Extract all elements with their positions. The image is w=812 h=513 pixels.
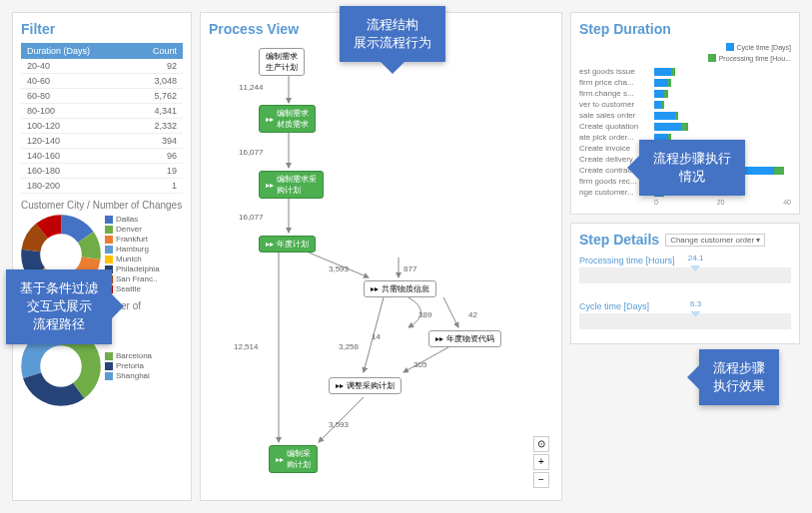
edge-label: 389: [418, 310, 431, 319]
x-axis: 0 20 40: [654, 199, 791, 206]
table-row[interactable]: 160-18019: [21, 164, 183, 179]
step-details-panel: Step Details Change customer order ▾ Pro…: [570, 223, 800, 344]
table-row[interactable]: 60-805,762: [21, 89, 183, 104]
edge-label: 42: [468, 310, 477, 319]
callout-step-exec: 流程步骤执行情况: [639, 140, 745, 196]
right-column: Step Duration Cycle time [Days] Processi…: [570, 12, 800, 501]
callout-process-structure: 流程结构展示流程行为: [340, 6, 445, 62]
svg-point-13: [44, 349, 78, 383]
node-5[interactable]: ▸▸ 共需物质信息: [364, 280, 436, 297]
zoom-in-button[interactable]: +: [533, 454, 549, 470]
step-duration-title: Step Duration: [579, 21, 791, 37]
legend-item: Munich: [105, 255, 160, 263]
table-row[interactable]: 20-4092: [21, 59, 183, 74]
edge-label: 305: [413, 360, 426, 369]
process-panel: Process View 编制需求生产计划 ▸▸ 编制需求材质需求 ▸▸ 编制需…: [200, 12, 562, 501]
svg-line-19: [443, 297, 458, 327]
proc-time-label: Processing time [Hours]: [579, 256, 791, 265]
table-row[interactable]: 40-603,048: [21, 74, 183, 89]
process-flow[interactable]: 编制需求生产计划 ▸▸ 编制需求材质需求 ▸▸ 编制需求采购计划 ▸▸ 年度计划…: [209, 43, 553, 492]
zoom-out-button[interactable]: −: [533, 472, 549, 488]
table-row[interactable]: 120-140394: [21, 134, 183, 149]
table-row[interactable]: 100-1202,332: [21, 119, 183, 134]
bar-row[interactable]: firm price cha...: [579, 78, 791, 87]
pie2-legend: BarcelonaPretoriaShanghai: [105, 351, 152, 381]
proc-time-value: 24.1: [688, 254, 704, 262]
legend-item: Philadelphia: [105, 264, 160, 273]
edge-label: 16,077: [239, 148, 263, 157]
svg-point-9: [44, 238, 78, 271]
legend-item: San Franc..: [105, 274, 160, 283]
duration-table[interactable]: Duration (Days) Count 20-409240-603,0486…: [21, 43, 183, 194]
edge-label: 12,514: [234, 342, 258, 351]
node-start[interactable]: 编制需求生产计划: [259, 48, 305, 76]
legend-item: Pretoria: [105, 361, 152, 370]
legend-item: Seattle: [105, 284, 160, 293]
bar-row[interactable]: ver to customer: [579, 100, 791, 109]
cycle-time-value: 6.3: [690, 299, 701, 308]
pie1-title: Customer City / Number of Changes: [21, 200, 183, 211]
pie1-legend: DallasDenverFrankfurtHamburgMunichPhilad…: [105, 215, 160, 294]
edge-label: 3,593: [329, 264, 349, 273]
proc-time-slider[interactable]: 24.1: [579, 267, 791, 283]
node-7[interactable]: ▸▸ 调整采购计划: [329, 377, 402, 394]
node-4[interactable]: ▸▸ 年度计划: [259, 236, 316, 253]
filter-panel: Filter Duration (Days) Count 20-409240-6…: [12, 12, 192, 501]
edge-label: 16,077: [239, 213, 263, 222]
step-details-title: Step Details: [579, 232, 659, 248]
edge-label: 3,593: [329, 420, 349, 429]
legend-item: Frankfurt: [105, 235, 160, 244]
edge-label: 14: [372, 332, 381, 341]
table-row[interactable]: 80-1004,341: [21, 104, 183, 119]
legend-item: Barcelona: [105, 351, 152, 360]
bar-row[interactable]: sale sales order: [579, 111, 791, 120]
callout-filter: 基于条件过滤交互式展示流程路径: [6, 269, 112, 344]
legend-item: Denver: [105, 225, 160, 234]
cycle-time-slider[interactable]: 6.3: [579, 313, 791, 329]
step-select[interactable]: Change customer order ▾: [665, 234, 765, 247]
bar-row[interactable]: est goods issue: [579, 67, 791, 76]
legend-item: Shanghai: [105, 371, 152, 380]
table-row[interactable]: 180-2001: [21, 179, 183, 194]
zoom-reset-button[interactable]: ⊙: [533, 436, 549, 452]
edge-label: 877: [404, 264, 416, 273]
col-count: Count: [130, 43, 183, 59]
bar-row[interactable]: Create quotation: [579, 122, 791, 131]
callout-step-effect: 流程步骤执行效果: [699, 349, 779, 405]
zoom-controls: ⊙ + −: [533, 436, 549, 488]
node-6[interactable]: ▸▸ 年度物资代码: [428, 330, 501, 347]
node-2[interactable]: ▸▸ 编制需求材质需求: [259, 105, 316, 133]
dashboard: Filter Duration (Days) Count 20-409240-6…: [0, 0, 812, 513]
edge-label: 11,244: [239, 83, 263, 92]
node-3[interactable]: ▸▸ 编制需求采购计划: [259, 171, 324, 199]
col-duration: Duration (Days): [21, 43, 130, 59]
bar-legend: Cycle time [Days] Processing time [Hou..…: [579, 43, 791, 63]
edge-label: 3,258: [339, 342, 359, 351]
legend-item: Hamburg: [105, 245, 160, 254]
table-row[interactable]: 140-16096: [21, 149, 183, 164]
bar-row[interactable]: firm.change s...: [579, 89, 791, 98]
cycle-time-label: Cycle time [Days]: [579, 301, 791, 311]
node-8[interactable]: ▸▸ 编制采购计划: [269, 445, 318, 473]
filter-title: Filter: [21, 21, 183, 37]
legend-item: Dallas: [105, 215, 160, 224]
